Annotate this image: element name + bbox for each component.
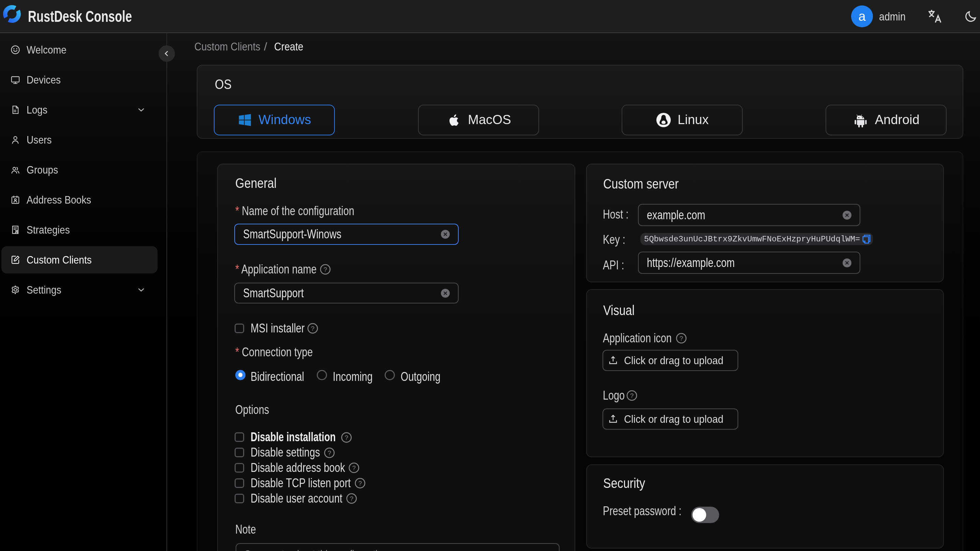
- svg-text:?: ?: [324, 266, 327, 273]
- svg-text:?: ?: [352, 464, 356, 471]
- svg-text:?: ?: [350, 495, 353, 502]
- svg-text:?: ?: [358, 480, 362, 487]
- svg-text:?: ?: [630, 392, 633, 399]
- svg-text:?: ?: [311, 325, 315, 332]
- svg-text:?: ?: [344, 434, 348, 441]
- svg-text:?: ?: [679, 334, 683, 342]
- svg-text:?: ?: [328, 449, 331, 456]
